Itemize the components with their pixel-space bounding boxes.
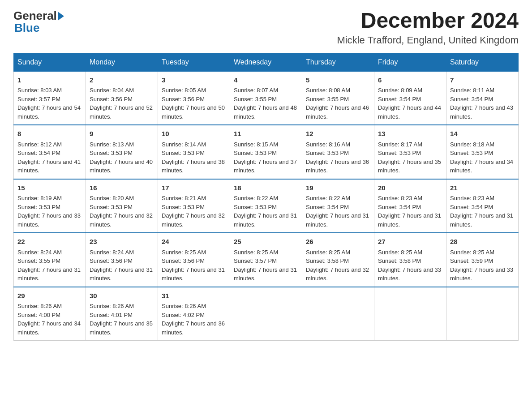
day-info: Sunrise: 8:26 AMSunset: 4:00 PMDaylight:…	[17, 303, 81, 336]
calendar-cell-w2-d4: 12 Sunrise: 8:16 AMSunset: 3:53 PMDaylig…	[302, 125, 374, 179]
day-info: Sunrise: 8:25 AMSunset: 3:57 PMDaylight:…	[234, 249, 297, 282]
calendar-cell-w5-d2: 31 Sunrise: 8:26 AMSunset: 4:02 PMDaylig…	[158, 287, 230, 341]
day-number: 3	[162, 75, 226, 86]
day-info: Sunrise: 8:11 AMSunset: 3:54 PMDaylight:…	[450, 87, 513, 120]
day-number: 30	[90, 291, 154, 301]
day-number: 28	[450, 237, 515, 247]
day-info: Sunrise: 8:23 AMSunset: 3:54 PMDaylight:…	[378, 195, 441, 228]
day-number: 16	[90, 183, 154, 193]
header-friday: Friday	[374, 53, 446, 71]
day-info: Sunrise: 8:07 AMSunset: 3:55 PMDaylight:…	[234, 87, 297, 120]
day-number: 12	[306, 129, 370, 139]
day-info: Sunrise: 8:25 AMSunset: 3:58 PMDaylight:…	[306, 249, 369, 282]
calendar-cell-w1-d1: 2 Sunrise: 8:04 AMSunset: 3:56 PMDayligh…	[86, 71, 158, 125]
day-number: 9	[90, 129, 154, 139]
day-number: 26	[306, 237, 370, 247]
day-number: 21	[450, 183, 515, 193]
day-number: 27	[378, 237, 442, 247]
day-info: Sunrise: 8:20 AMSunset: 3:53 PMDaylight:…	[90, 195, 153, 228]
day-number: 7	[450, 75, 515, 86]
day-info: Sunrise: 8:22 AMSunset: 3:53 PMDaylight:…	[234, 195, 297, 228]
calendar-cell-w2-d1: 9 Sunrise: 8:13 AMSunset: 3:53 PMDayligh…	[86, 125, 158, 179]
calendar-cell-w5-d3	[230, 287, 302, 341]
day-number: 4	[234, 75, 298, 86]
header: General Blue December 2024 Mickle Traffo…	[13, 9, 519, 46]
header-saturday: Saturday	[446, 53, 519, 71]
calendar-week-row-1: 1 Sunrise: 8:03 AMSunset: 3:57 PMDayligh…	[14, 71, 519, 125]
logo-arrow-icon	[58, 12, 64, 21]
calendar-cell-w4-d5: 27 Sunrise: 8:25 AMSunset: 3:58 PMDaylig…	[374, 233, 446, 287]
calendar-cell-w3-d0: 15 Sunrise: 8:19 AMSunset: 3:53 PMDaylig…	[14, 179, 86, 233]
day-info: Sunrise: 8:22 AMSunset: 3:54 PMDaylight:…	[306, 195, 369, 228]
day-number: 24	[162, 237, 226, 247]
calendar-cell-w1-d4: 5 Sunrise: 8:08 AMSunset: 3:55 PMDayligh…	[302, 71, 374, 125]
day-info: Sunrise: 8:12 AMSunset: 3:54 PMDaylight:…	[17, 141, 81, 174]
day-info: Sunrise: 8:13 AMSunset: 3:53 PMDaylight:…	[90, 141, 153, 174]
day-number: 22	[17, 237, 82, 247]
day-info: Sunrise: 8:16 AMSunset: 3:53 PMDaylight:…	[306, 141, 369, 174]
weekday-header-row: Sunday Monday Tuesday Wednesday Thursday…	[14, 53, 519, 71]
day-number: 10	[162, 129, 226, 139]
calendar-cell-w5-d4	[302, 287, 374, 341]
location-title: Mickle Trafford, England, United Kingdom	[337, 34, 519, 46]
calendar-cell-w4-d1: 23 Sunrise: 8:24 AMSunset: 3:56 PMDaylig…	[86, 233, 158, 287]
header-monday: Monday	[86, 53, 158, 71]
calendar-cell-w1-d2: 3 Sunrise: 8:05 AMSunset: 3:56 PMDayligh…	[158, 71, 230, 125]
day-info: Sunrise: 8:25 AMSunset: 3:59 PMDaylight:…	[450, 249, 513, 282]
calendar-cell-w1-d6: 7 Sunrise: 8:11 AMSunset: 3:54 PMDayligh…	[446, 71, 519, 125]
day-number: 14	[450, 129, 515, 139]
calendar-week-row-2: 8 Sunrise: 8:12 AMSunset: 3:54 PMDayligh…	[14, 125, 519, 179]
calendar-cell-w1-d5: 6 Sunrise: 8:09 AMSunset: 3:54 PMDayligh…	[374, 71, 446, 125]
title-area: December 2024 Mickle Trafford, England, …	[337, 9, 519, 46]
day-info: Sunrise: 8:23 AMSunset: 3:54 PMDaylight:…	[450, 195, 513, 228]
day-info: Sunrise: 8:15 AMSunset: 3:53 PMDaylight:…	[234, 141, 297, 174]
day-info: Sunrise: 8:18 AMSunset: 3:53 PMDaylight:…	[450, 141, 513, 174]
calendar-table: Sunday Monday Tuesday Wednesday Thursday…	[13, 53, 519, 341]
day-info: Sunrise: 8:17 AMSunset: 3:53 PMDaylight:…	[378, 141, 441, 174]
calendar-cell-w2-d6: 14 Sunrise: 8:18 AMSunset: 3:53 PMDaylig…	[446, 125, 519, 179]
calendar-cell-w3-d3: 18 Sunrise: 8:22 AMSunset: 3:53 PMDaylig…	[230, 179, 302, 233]
day-number: 18	[234, 183, 298, 193]
day-number: 5	[306, 75, 370, 86]
calendar-cell-w3-d6: 21 Sunrise: 8:23 AMSunset: 3:54 PMDaylig…	[446, 179, 519, 233]
calendar-cell-w3-d5: 20 Sunrise: 8:23 AMSunset: 3:54 PMDaylig…	[374, 179, 446, 233]
logo-blue-text: Blue	[14, 21, 39, 35]
day-info: Sunrise: 8:26 AMSunset: 4:01 PMDaylight:…	[90, 303, 153, 336]
day-number: 17	[162, 183, 226, 193]
day-info: Sunrise: 8:14 AMSunset: 3:53 PMDaylight:…	[162, 141, 225, 174]
calendar-cell-w5-d6	[446, 287, 519, 341]
calendar-cell-w3-d4: 19 Sunrise: 8:22 AMSunset: 3:54 PMDaylig…	[302, 179, 374, 233]
day-number: 6	[378, 75, 442, 86]
day-number: 13	[378, 129, 442, 139]
calendar-cell-w4-d3: 25 Sunrise: 8:25 AMSunset: 3:57 PMDaylig…	[230, 233, 302, 287]
day-number: 20	[378, 183, 442, 193]
day-number: 19	[306, 183, 370, 193]
calendar-cell-w5-d0: 29 Sunrise: 8:26 AMSunset: 4:00 PMDaylig…	[14, 287, 86, 341]
calendar-cell-w4-d0: 22 Sunrise: 8:24 AMSunset: 3:55 PMDaylig…	[14, 233, 86, 287]
day-number: 31	[162, 291, 226, 301]
logo: General Blue	[13, 9, 65, 35]
calendar-week-row-5: 29 Sunrise: 8:26 AMSunset: 4:00 PMDaylig…	[14, 287, 519, 341]
header-wednesday: Wednesday	[230, 53, 302, 71]
day-info: Sunrise: 8:24 AMSunset: 3:55 PMDaylight:…	[17, 249, 81, 282]
calendar-cell-w1-d0: 1 Sunrise: 8:03 AMSunset: 3:57 PMDayligh…	[14, 71, 86, 125]
day-number: 15	[17, 183, 82, 193]
calendar-cell-w5-d1: 30 Sunrise: 8:26 AMSunset: 4:01 PMDaylig…	[86, 287, 158, 341]
day-number: 8	[17, 129, 82, 139]
day-info: Sunrise: 8:25 AMSunset: 3:56 PMDaylight:…	[162, 249, 225, 282]
calendar-cell-w4-d4: 26 Sunrise: 8:25 AMSunset: 3:58 PMDaylig…	[302, 233, 374, 287]
day-info: Sunrise: 8:09 AMSunset: 3:54 PMDaylight:…	[378, 87, 441, 120]
calendar-cell-w1-d3: 4 Sunrise: 8:07 AMSunset: 3:55 PMDayligh…	[230, 71, 302, 125]
calendar-cell-w2-d2: 10 Sunrise: 8:14 AMSunset: 3:53 PMDaylig…	[158, 125, 230, 179]
header-tuesday: Tuesday	[158, 53, 230, 71]
calendar-week-row-3: 15 Sunrise: 8:19 AMSunset: 3:53 PMDaylig…	[14, 179, 519, 233]
calendar-cell-w2-d0: 8 Sunrise: 8:12 AMSunset: 3:54 PMDayligh…	[14, 125, 86, 179]
day-info: Sunrise: 8:08 AMSunset: 3:55 PMDaylight:…	[306, 87, 369, 120]
day-info: Sunrise: 8:26 AMSunset: 4:02 PMDaylight:…	[162, 303, 225, 336]
day-number: 2	[90, 75, 154, 86]
day-info: Sunrise: 8:03 AMSunset: 3:57 PMDaylight:…	[17, 87, 81, 120]
day-number: 1	[17, 75, 82, 86]
calendar-cell-w5-d5	[374, 287, 446, 341]
day-info: Sunrise: 8:21 AMSunset: 3:53 PMDaylight:…	[162, 195, 225, 228]
day-number: 11	[234, 129, 298, 139]
